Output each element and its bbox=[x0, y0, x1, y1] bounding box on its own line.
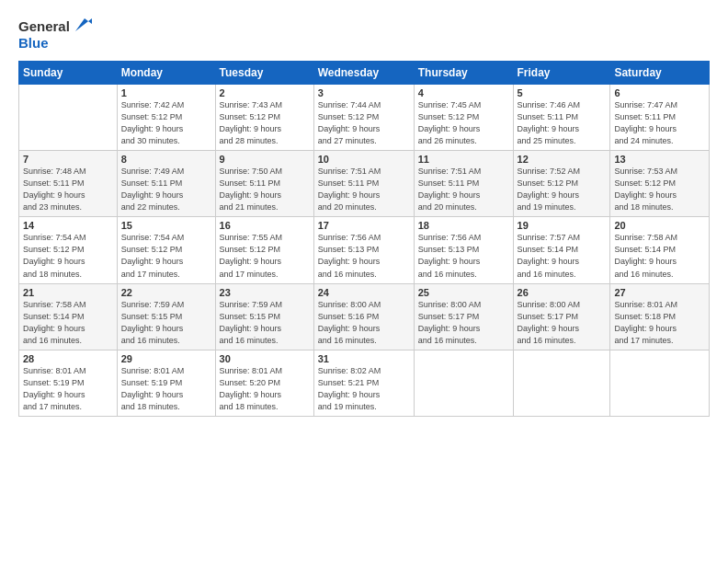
weekday-header-sunday: Sunday bbox=[19, 62, 118, 85]
calendar-cell: 28Sunrise: 8:01 AMSunset: 5:19 PMDayligh… bbox=[19, 350, 118, 416]
calendar-cell: 22Sunrise: 7:59 AMSunset: 5:15 PMDayligh… bbox=[117, 283, 215, 350]
day-info: Sunrise: 8:01 AMSunset: 5:19 PMDaylight:… bbox=[121, 365, 211, 413]
day-info: Sunrise: 7:57 AMSunset: 5:14 PMDaylight:… bbox=[518, 232, 607, 280]
day-info: Sunrise: 7:59 AMSunset: 5:15 PMDaylight:… bbox=[121, 299, 211, 347]
calendar-cell: 19Sunrise: 7:57 AMSunset: 5:14 PMDayligh… bbox=[513, 217, 610, 283]
header-row: SundayMondayTuesdayWednesdayThursdayFrid… bbox=[19, 62, 710, 85]
calendar-week-4: 21Sunrise: 7:58 AMSunset: 5:14 PMDayligh… bbox=[19, 283, 710, 350]
day-number: 8 bbox=[121, 154, 211, 165]
calendar-cell: 26Sunrise: 8:00 AMSunset: 5:17 PMDayligh… bbox=[513, 283, 610, 350]
calendar-cell: 16Sunrise: 7:55 AMSunset: 5:12 PMDayligh… bbox=[215, 217, 313, 283]
day-info: Sunrise: 8:01 AMSunset: 5:20 PMDaylight:… bbox=[220, 365, 310, 413]
calendar-week-1: 1Sunrise: 7:42 AMSunset: 5:12 PMDaylight… bbox=[19, 85, 710, 151]
calendar-cell: 12Sunrise: 7:52 AMSunset: 5:12 PMDayligh… bbox=[513, 151, 610, 217]
day-info: Sunrise: 8:02 AMSunset: 5:21 PMDaylight:… bbox=[318, 365, 410, 413]
day-number: 13 bbox=[614, 154, 705, 165]
day-info: Sunrise: 8:00 AMSunset: 5:16 PMDaylight:… bbox=[318, 299, 410, 347]
day-number: 5 bbox=[518, 87, 607, 98]
day-number: 31 bbox=[318, 353, 410, 364]
calendar-cell: 9Sunrise: 7:50 AMSunset: 5:11 PMDaylight… bbox=[215, 151, 313, 217]
calendar-cell: 3Sunrise: 7:44 AMSunset: 5:12 PMDaylight… bbox=[313, 85, 414, 151]
calendar-cell: 1Sunrise: 7:42 AMSunset: 5:12 PMDaylight… bbox=[117, 85, 215, 151]
day-number: 22 bbox=[121, 287, 211, 298]
logo-blue: Blue bbox=[18, 35, 49, 51]
calendar-cell: 31Sunrise: 8:02 AMSunset: 5:21 PMDayligh… bbox=[313, 350, 414, 416]
weekday-header-friday: Friday bbox=[513, 62, 610, 85]
day-info: Sunrise: 7:51 AMSunset: 5:11 PMDaylight:… bbox=[318, 166, 410, 213]
calendar-cell: 25Sunrise: 8:00 AMSunset: 5:17 PMDayligh… bbox=[414, 283, 513, 350]
day-info: Sunrise: 7:58 AMSunset: 5:14 PMDaylight:… bbox=[23, 299, 113, 347]
weekday-header-tuesday: Tuesday bbox=[215, 62, 313, 85]
calendar-cell bbox=[513, 350, 610, 416]
day-number: 15 bbox=[121, 220, 211, 231]
page: General Blue SundayMondayTuesdayWednesda… bbox=[0, 0, 728, 563]
day-number: 9 bbox=[220, 154, 310, 165]
day-number: 24 bbox=[318, 287, 410, 298]
svg-marker-0 bbox=[75, 18, 92, 31]
day-number: 10 bbox=[318, 154, 410, 165]
day-number: 3 bbox=[318, 87, 410, 98]
weekday-header-thursday: Thursday bbox=[414, 62, 513, 85]
calendar-cell: 7Sunrise: 7:48 AMSunset: 5:11 PMDaylight… bbox=[19, 151, 118, 217]
day-number: 14 bbox=[23, 220, 113, 231]
calendar-cell: 29Sunrise: 8:01 AMSunset: 5:19 PMDayligh… bbox=[117, 350, 215, 416]
calendar-cell: 8Sunrise: 7:49 AMSunset: 5:11 PMDaylight… bbox=[117, 151, 215, 217]
day-number: 30 bbox=[220, 353, 310, 364]
day-info: Sunrise: 7:47 AMSunset: 5:11 PMDaylight:… bbox=[614, 99, 705, 147]
day-number: 21 bbox=[23, 287, 113, 298]
day-info: Sunrise: 7:45 AMSunset: 5:12 PMDaylight:… bbox=[418, 99, 509, 147]
day-info: Sunrise: 7:48 AMSunset: 5:11 PMDaylight:… bbox=[23, 166, 113, 213]
day-number: 6 bbox=[614, 87, 705, 98]
day-info: Sunrise: 8:00 AMSunset: 5:17 PMDaylight:… bbox=[518, 299, 607, 347]
calendar-cell: 11Sunrise: 7:51 AMSunset: 5:11 PMDayligh… bbox=[414, 151, 513, 217]
day-info: Sunrise: 7:46 AMSunset: 5:11 PMDaylight:… bbox=[518, 99, 607, 147]
day-info: Sunrise: 7:53 AMSunset: 5:12 PMDaylight:… bbox=[614, 166, 705, 213]
calendar-cell: 4Sunrise: 7:45 AMSunset: 5:12 PMDaylight… bbox=[414, 85, 513, 151]
day-info: Sunrise: 7:42 AMSunset: 5:12 PMDaylight:… bbox=[121, 99, 211, 147]
day-info: Sunrise: 7:44 AMSunset: 5:12 PMDaylight:… bbox=[318, 99, 410, 147]
day-info: Sunrise: 7:52 AMSunset: 5:12 PMDaylight:… bbox=[518, 166, 607, 213]
day-number: 2 bbox=[220, 87, 310, 98]
calendar-cell: 21Sunrise: 7:58 AMSunset: 5:14 PMDayligh… bbox=[19, 283, 118, 350]
calendar-week-2: 7Sunrise: 7:48 AMSunset: 5:11 PMDaylight… bbox=[19, 151, 710, 217]
calendar-cell: 24Sunrise: 8:00 AMSunset: 5:16 PMDayligh… bbox=[313, 283, 414, 350]
calendar-cell: 27Sunrise: 8:01 AMSunset: 5:18 PMDayligh… bbox=[610, 283, 710, 350]
logo-icon bbox=[72, 15, 92, 35]
weekday-header-saturday: Saturday bbox=[610, 62, 710, 85]
weekday-header-monday: Monday bbox=[117, 62, 215, 85]
day-info: Sunrise: 8:00 AMSunset: 5:17 PMDaylight:… bbox=[418, 299, 509, 347]
calendar-cell: 2Sunrise: 7:43 AMSunset: 5:12 PMDaylight… bbox=[215, 85, 313, 151]
day-info: Sunrise: 7:55 AMSunset: 5:12 PMDaylight:… bbox=[220, 232, 310, 280]
day-number: 16 bbox=[220, 220, 310, 231]
day-number: 17 bbox=[318, 220, 410, 231]
day-info: Sunrise: 7:49 AMSunset: 5:11 PMDaylight:… bbox=[121, 166, 211, 213]
calendar-week-3: 14Sunrise: 7:54 AMSunset: 5:12 PMDayligh… bbox=[19, 217, 710, 283]
header: General Blue bbox=[18, 17, 710, 52]
day-number: 11 bbox=[418, 154, 509, 165]
calendar-week-5: 28Sunrise: 8:01 AMSunset: 5:19 PMDayligh… bbox=[19, 350, 710, 416]
day-number: 28 bbox=[23, 353, 113, 364]
day-info: Sunrise: 7:56 AMSunset: 5:13 PMDaylight:… bbox=[418, 232, 509, 280]
day-number: 23 bbox=[220, 287, 310, 298]
calendar-cell bbox=[610, 350, 710, 416]
day-number: 26 bbox=[518, 287, 607, 298]
day-info: Sunrise: 7:43 AMSunset: 5:12 PMDaylight:… bbox=[220, 99, 310, 147]
day-number: 20 bbox=[614, 220, 705, 231]
day-info: Sunrise: 8:01 AMSunset: 5:18 PMDaylight:… bbox=[614, 299, 705, 347]
day-number: 7 bbox=[23, 154, 113, 165]
calendar-cell bbox=[414, 350, 513, 416]
day-number: 18 bbox=[418, 220, 509, 231]
day-info: Sunrise: 7:54 AMSunset: 5:12 PMDaylight:… bbox=[23, 232, 113, 280]
day-info: Sunrise: 7:56 AMSunset: 5:13 PMDaylight:… bbox=[318, 232, 410, 280]
calendar-cell: 20Sunrise: 7:58 AMSunset: 5:14 PMDayligh… bbox=[610, 217, 710, 283]
day-number: 29 bbox=[121, 353, 211, 364]
day-number: 1 bbox=[121, 87, 211, 98]
logo: General Blue bbox=[18, 17, 92, 52]
day-number: 27 bbox=[614, 287, 705, 298]
calendar-cell: 17Sunrise: 7:56 AMSunset: 5:13 PMDayligh… bbox=[313, 217, 414, 283]
day-number: 12 bbox=[518, 154, 607, 165]
day-info: Sunrise: 7:50 AMSunset: 5:11 PMDaylight:… bbox=[220, 166, 310, 213]
calendar-cell: 5Sunrise: 7:46 AMSunset: 5:11 PMDaylight… bbox=[513, 85, 610, 151]
weekday-header-wednesday: Wednesday bbox=[313, 62, 414, 85]
day-number: 19 bbox=[518, 220, 607, 231]
